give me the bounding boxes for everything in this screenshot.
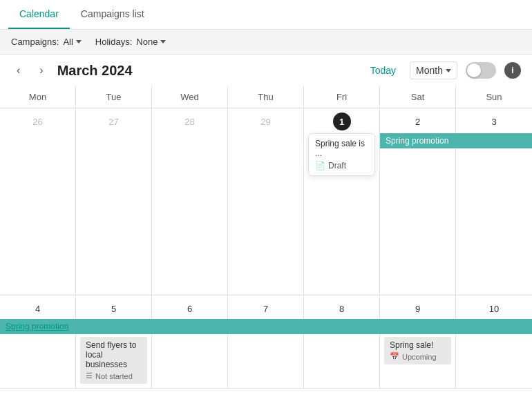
popup-title: Spring sale is ...: [315, 139, 368, 158]
holidays-filter-button[interactable]: None: [136, 37, 166, 47]
app-container: Calendar Campaigns list Campaigns: All H…: [0, 0, 532, 419]
campaigns-chevron-icon: [76, 40, 82, 43]
day-num-10: 10: [485, 300, 503, 318]
spring-sale-status: 📅 Upcoming: [390, 352, 446, 361]
doc-icon: 📄: [315, 161, 325, 170]
campaigns-filter-button[interactable]: All: [63, 37, 81, 47]
day-header-sat: Sat: [380, 86, 456, 108]
calendar: Mon Tue Wed Thu Fri Sat Sun 26 27 28 29: [0, 86, 532, 419]
day-num-1: 1: [333, 113, 351, 130]
day-num-29: 29: [257, 113, 275, 130]
cell-mar4: 4: [0, 295, 76, 388]
month-chevron-icon: [446, 69, 451, 72]
day-header-thu: Thu: [228, 86, 304, 108]
popup-status-label: Draft: [328, 161, 346, 170]
next-month-button[interactable]: ›: [34, 61, 48, 79]
tab-calendar[interactable]: Calendar: [8, 0, 70, 29]
cell-mar1: 1 Spring sale is ... 📄 Draft: [304, 108, 380, 295]
spring-promotion-label-row1: Spring promotion: [380, 136, 448, 146]
holidays-filter-value: None: [136, 37, 158, 47]
spring-sale-status-label: Upcoming: [402, 353, 437, 361]
month-view-button[interactable]: Month: [410, 61, 457, 79]
cell-mar8: 8: [304, 295, 380, 388]
spring-sale-title: Spring sale!: [390, 340, 446, 350]
cell-feb28: 28: [152, 108, 228, 295]
day-num-8: 8: [333, 300, 351, 318]
cell-feb29: 29: [228, 108, 304, 295]
day-num-2: 2: [409, 113, 427, 130]
calendar-nav: ‹ › March 2024 Today Month i: [0, 55, 532, 86]
filter-bar: Campaigns: All Holidays: None: [0, 30, 532, 55]
prev-month-button[interactable]: ‹: [11, 61, 26, 79]
cell-feb27: 27: [76, 108, 152, 295]
tab-campaigns-list[interactable]: Campaigns list: [70, 0, 155, 29]
view-toggle[interactable]: [466, 62, 496, 79]
spring-promotion-bar-row2: Spring promotion: [0, 319, 532, 334]
day-num-27: 27: [105, 113, 123, 130]
campaigns-filter-value: All: [63, 37, 73, 47]
month-title: March 2024: [57, 63, 357, 79]
day-header-wed: Wed: [152, 86, 228, 108]
month-label: Month: [416, 65, 443, 76]
calendar-row-1: 26 27 28 29 1 Spring sale is ...: [0, 108, 532, 295]
holidays-filter: Holidays: None: [95, 37, 167, 47]
campaigns-filter-label: Campaigns:: [11, 37, 59, 47]
send-flyers-event[interactable]: Send flyers to local businesses ☰ Not st…: [80, 337, 147, 384]
cell-mar7: 7: [228, 295, 304, 388]
day-header-mon: Mon: [0, 86, 76, 108]
popup-status: 📄 Draft: [315, 161, 368, 170]
day-num-4: 4: [29, 300, 47, 318]
day-header-sun: Sun: [456, 86, 532, 108]
info-icon[interactable]: i: [504, 62, 521, 79]
day-num-7: 7: [257, 300, 275, 318]
tab-bar: Calendar Campaigns list: [0, 0, 532, 30]
send-flyers-status: ☰ Not started: [86, 371, 142, 380]
holidays-chevron-icon: [160, 40, 166, 43]
spring-sale-popup[interactable]: Spring sale is ... 📄 Draft: [308, 133, 375, 176]
cell-feb26: 26: [0, 108, 76, 295]
day-num-3: 3: [485, 113, 503, 130]
calendar-row-2: 4 5 Send flyers to local businesses ☰ No…: [0, 295, 532, 389]
send-flyers-title: Send flyers to local businesses: [86, 340, 142, 369]
campaigns-filter: Campaigns: All: [11, 37, 82, 47]
cell-mar10: 10: [456, 295, 532, 388]
day-headers: Mon Tue Wed Thu Fri Sat Sun: [0, 86, 532, 108]
cell-mar9: 9 Spring sale! 📅 Upcoming: [380, 295, 456, 388]
spring-promotion-bar-row1[interactable]: Spring promotion: [380, 133, 532, 148]
day-num-6: 6: [181, 300, 199, 318]
day-num-9: 9: [409, 300, 427, 318]
day-num-26: 26: [29, 113, 47, 130]
calendar-icon: 📅: [390, 352, 399, 361]
spring-promotion-label-row2[interactable]: Spring promotion: [0, 322, 68, 331]
day-header-tue: Tue: [76, 86, 152, 108]
today-button[interactable]: Today: [365, 62, 401, 79]
list-icon: ☰: [86, 371, 93, 380]
cell-mar5: 5 Send flyers to local businesses ☰ Not …: [76, 295, 152, 388]
send-flyers-status-label: Not started: [95, 372, 133, 380]
day-num-5: 5: [105, 300, 123, 318]
cell-mar6: 6: [152, 295, 228, 388]
holidays-filter-label: Holidays:: [95, 37, 132, 47]
day-num-28: 28: [181, 113, 199, 130]
day-header-fri: Fri: [304, 86, 380, 108]
spring-sale-event[interactable]: Spring sale! 📅 Upcoming: [384, 337, 451, 364]
